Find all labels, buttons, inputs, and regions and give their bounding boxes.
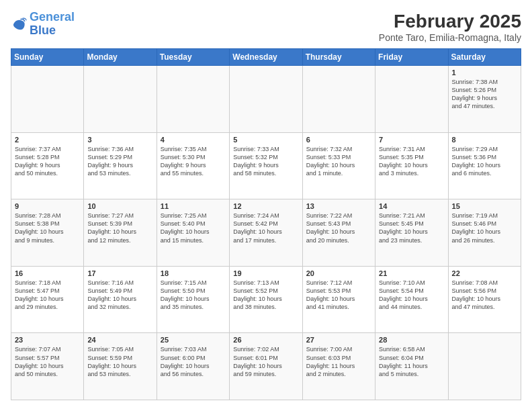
calendar-day-cell: 18Sunrise: 7:15 AM Sunset: 5:50 PM Dayli… — [157, 266, 229, 333]
calendar-day-cell: 23Sunrise: 7:07 AM Sunset: 5:57 PM Dayli… — [11, 333, 84, 400]
day-number: 22 — [452, 269, 517, 277]
title-block: February 2025 Ponte Taro, Emilia-Romagna… — [379, 11, 521, 43]
day-info: Sunrise: 7:24 AM Sunset: 5:42 PM Dayligh… — [233, 212, 298, 244]
day-info: Sunrise: 7:07 AM Sunset: 5:57 PM Dayligh… — [15, 345, 80, 378]
calendar-day-cell: 12Sunrise: 7:24 AM Sunset: 5:42 PM Dayli… — [230, 199, 302, 267]
calendar-day-cell: 1Sunrise: 7:38 AM Sunset: 5:26 PM Daylig… — [448, 66, 521, 133]
calendar-week-row: 23Sunrise: 7:07 AM Sunset: 5:57 PM Dayli… — [11, 333, 521, 400]
day-info: Sunrise: 7:13 AM Sunset: 5:52 PM Dayligh… — [233, 279, 298, 312]
day-number: 23 — [15, 336, 80, 344]
day-number: 21 — [379, 269, 444, 277]
weekday-header-cell: Thursday — [302, 49, 375, 66]
weekday-header-cell: Friday — [375, 49, 448, 66]
page: General Blue February 2025 Ponte Taro, E… — [0, 0, 532, 411]
calendar-day-cell: 5Sunrise: 7:33 AM Sunset: 5:32 PM Daylig… — [230, 132, 302, 199]
calendar-day-cell — [84, 66, 157, 133]
weekday-header-cell: Sunday — [11, 49, 84, 66]
day-info: Sunrise: 7:05 AM Sunset: 5:59 PM Dayligh… — [87, 345, 152, 378]
weekday-header-cell: Saturday — [448, 49, 521, 66]
calendar-day-cell: 9Sunrise: 7:28 AM Sunset: 5:38 PM Daylig… — [11, 199, 84, 267]
day-number: 9 — [15, 202, 80, 210]
day-number: 28 — [379, 336, 444, 344]
calendar-week-row: 2Sunrise: 7:37 AM Sunset: 5:28 PM Daylig… — [11, 132, 521, 199]
day-info: Sunrise: 7:28 AM Sunset: 5:38 PM Dayligh… — [15, 212, 80, 244]
calendar-day-cell: 8Sunrise: 7:29 AM Sunset: 5:36 PM Daylig… — [448, 132, 521, 199]
day-info: Sunrise: 7:32 AM Sunset: 5:33 PM Dayligh… — [306, 145, 371, 178]
day-number: 27 — [306, 336, 371, 344]
calendar-day-cell — [230, 66, 302, 133]
calendar-day-cell: 24Sunrise: 7:05 AM Sunset: 5:59 PM Dayli… — [84, 333, 157, 400]
day-number: 8 — [452, 136, 517, 144]
calendar-day-cell: 16Sunrise: 7:18 AM Sunset: 5:47 PM Dayli… — [11, 266, 84, 333]
calendar-day-cell: 26Sunrise: 7:02 AM Sunset: 6:01 PM Dayli… — [230, 333, 302, 400]
day-number: 15 — [452, 202, 517, 210]
logo: General Blue — [11, 11, 75, 38]
day-info: Sunrise: 7:19 AM Sunset: 5:46 PM Dayligh… — [452, 212, 517, 244]
day-number: 7 — [379, 136, 444, 144]
day-number: 20 — [306, 269, 371, 277]
day-number: 6 — [306, 136, 371, 144]
day-number: 4 — [161, 136, 226, 144]
calendar-week-row: 9Sunrise: 7:28 AM Sunset: 5:38 PM Daylig… — [11, 199, 521, 267]
calendar-title: February 2025 — [379, 11, 521, 32]
day-info: Sunrise: 7:25 AM Sunset: 5:40 PM Dayligh… — [161, 212, 226, 244]
day-number: 26 — [233, 336, 298, 344]
calendar-day-cell: 20Sunrise: 7:12 AM Sunset: 5:53 PM Dayli… — [302, 266, 375, 333]
calendar-table: SundayMondayTuesdayWednesdayThursdayFrid… — [11, 48, 521, 400]
weekday-header-row: SundayMondayTuesdayWednesdayThursdayFrid… — [11, 49, 521, 66]
day-number: 14 — [379, 202, 444, 210]
weekday-header-cell: Monday — [84, 49, 157, 66]
day-info: Sunrise: 7:37 AM Sunset: 5:28 PM Dayligh… — [15, 145, 80, 178]
day-number: 25 — [161, 336, 226, 344]
calendar-day-cell — [157, 66, 229, 133]
day-info: Sunrise: 7:08 AM Sunset: 5:56 PM Dayligh… — [452, 279, 517, 312]
day-number: 24 — [87, 336, 152, 344]
calendar-day-cell: 22Sunrise: 7:08 AM Sunset: 5:56 PM Dayli… — [448, 266, 521, 333]
day-number: 17 — [87, 269, 152, 277]
day-info: Sunrise: 7:00 AM Sunset: 6:03 PM Dayligh… — [306, 345, 371, 378]
calendar-day-cell: 10Sunrise: 7:27 AM Sunset: 5:39 PM Dayli… — [84, 199, 157, 267]
day-info: Sunrise: 7:21 AM Sunset: 5:45 PM Dayligh… — [379, 212, 444, 244]
day-info: Sunrise: 7:16 AM Sunset: 5:49 PM Dayligh… — [87, 279, 152, 312]
calendar-subtitle: Ponte Taro, Emilia-Romagna, Italy — [379, 32, 521, 43]
calendar-day-cell: 28Sunrise: 6:58 AM Sunset: 6:04 PM Dayli… — [375, 333, 448, 400]
day-info: Sunrise: 7:10 AM Sunset: 5:54 PM Dayligh… — [379, 279, 444, 312]
calendar-day-cell — [375, 66, 448, 133]
day-number: 10 — [87, 202, 152, 210]
calendar-day-cell: 25Sunrise: 7:03 AM Sunset: 6:00 PM Dayli… — [157, 333, 229, 400]
day-info: Sunrise: 6:58 AM Sunset: 6:04 PM Dayligh… — [379, 345, 444, 378]
calendar-day-cell — [11, 66, 84, 133]
calendar-day-cell: 6Sunrise: 7:32 AM Sunset: 5:33 PM Daylig… — [302, 132, 375, 199]
logo-text: General Blue — [30, 11, 75, 38]
calendar-day-cell: 7Sunrise: 7:31 AM Sunset: 5:35 PM Daylig… — [375, 132, 448, 199]
day-info: Sunrise: 7:18 AM Sunset: 5:47 PM Dayligh… — [15, 279, 80, 312]
calendar-day-cell: 4Sunrise: 7:35 AM Sunset: 5:30 PM Daylig… — [157, 132, 229, 199]
day-info: Sunrise: 7:31 AM Sunset: 5:35 PM Dayligh… — [379, 145, 444, 178]
day-number: 5 — [233, 136, 298, 144]
weekday-header-cell: Wednesday — [230, 49, 302, 66]
logo-general: General — [30, 10, 75, 24]
day-info: Sunrise: 7:03 AM Sunset: 6:00 PM Dayligh… — [161, 345, 226, 378]
logo-blue: Blue — [30, 24, 56, 37]
day-info: Sunrise: 7:36 AM Sunset: 5:29 PM Dayligh… — [87, 145, 152, 178]
day-number: 13 — [306, 202, 371, 210]
day-info: Sunrise: 7:27 AM Sunset: 5:39 PM Dayligh… — [87, 212, 152, 244]
calendar-day-cell — [448, 333, 521, 400]
calendar-day-cell: 2Sunrise: 7:37 AM Sunset: 5:28 PM Daylig… — [11, 132, 84, 199]
day-number: 3 — [87, 136, 152, 144]
calendar-body: 1Sunrise: 7:38 AM Sunset: 5:26 PM Daylig… — [11, 66, 521, 400]
day-info: Sunrise: 7:33 AM Sunset: 5:32 PM Dayligh… — [233, 145, 298, 178]
day-info: Sunrise: 7:02 AM Sunset: 6:01 PM Dayligh… — [233, 345, 298, 378]
calendar-week-row: 16Sunrise: 7:18 AM Sunset: 5:47 PM Dayli… — [11, 266, 521, 333]
logo-icon — [11, 16, 27, 32]
calendar-day-cell: 27Sunrise: 7:00 AM Sunset: 6:03 PM Dayli… — [302, 333, 375, 400]
calendar-week-row: 1Sunrise: 7:38 AM Sunset: 5:26 PM Daylig… — [11, 66, 521, 133]
day-number: 12 — [233, 202, 298, 210]
day-number: 2 — [15, 136, 80, 144]
day-info: Sunrise: 7:35 AM Sunset: 5:30 PM Dayligh… — [161, 145, 226, 178]
calendar-day-cell: 19Sunrise: 7:13 AM Sunset: 5:52 PM Dayli… — [230, 266, 302, 333]
day-number: 19 — [233, 269, 298, 277]
day-number: 16 — [15, 269, 80, 277]
header: General Blue February 2025 Ponte Taro, E… — [11, 11, 521, 43]
day-number: 11 — [161, 202, 226, 210]
